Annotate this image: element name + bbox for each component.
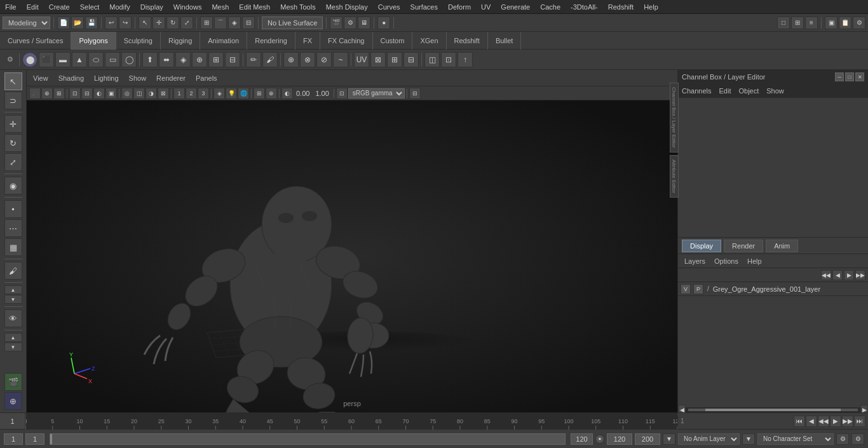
shelf-split-icon[interactable]: ⊟ [225, 52, 240, 67]
cb-layers-menu-options[interactable]: Options [710, 256, 742, 266]
frame-current-input[interactable] [25, 433, 44, 445]
shelf-cone-icon[interactable]: ▲ [72, 52, 87, 67]
display-3-icon[interactable]: 3 [198, 88, 209, 99]
display-1-icon[interactable]: 1 [173, 88, 185, 99]
anim-layer-dropdown[interactable]: No Anim Layer [678, 433, 740, 445]
scroll-right-btn[interactable]: ▶ [860, 405, 868, 412]
shelf-cylinder-icon[interactable]: ▬ [55, 52, 71, 67]
layout-single-btn[interactable]: □ [777, 17, 790, 29]
scrollbar-thumb[interactable] [705, 409, 841, 411]
live-surface-btn[interactable]: No Live Surface [262, 17, 323, 29]
menu-mesh[interactable]: Mesh [207, 2, 234, 12]
range-end-input[interactable] [607, 433, 632, 445]
menu-edit-mesh[interactable]: Edit Mesh [234, 2, 275, 12]
shelf-layout-icon[interactable]: ⊠ [370, 52, 386, 67]
resolution-gate-icon[interactable]: ⊠ [158, 88, 169, 99]
char-set-prefs-btn[interactable]: ⚙ [851, 433, 864, 445]
viewport-menu-renderer[interactable]: Renderer [154, 73, 188, 83]
shelf-extrude-icon[interactable]: ⬆ [142, 52, 158, 67]
tool-settings-toggle-btn[interactable]: ⚙ [853, 17, 865, 29]
layer-end-icon[interactable]: ▶▶ [855, 270, 865, 280]
select-all-icon[interactable]: ⊡ [69, 88, 81, 99]
shelf-proj-icon[interactable]: ⊟ [403, 52, 419, 67]
grid-up-btn[interactable]: ▲ [4, 333, 22, 342]
range-arrow-btn[interactable]: ▼ [663, 433, 675, 445]
layer-row-ogre[interactable]: V P / Grey_Ogre_Aggressive_001_layer [678, 282, 868, 296]
workspace-dropdown[interactable]: Modeling [3, 17, 50, 29]
isolate-select-icon[interactable]: ◎ [121, 88, 133, 99]
shelf-plane-icon[interactable]: ▭ [105, 52, 120, 67]
shelf-torus-icon[interactable]: ⬭ [88, 52, 104, 67]
menu-create[interactable]: Create [44, 2, 75, 12]
shelf-display-icon[interactable]: ⊡ [441, 52, 456, 67]
tab-polygons[interactable]: Polygons [71, 32, 116, 50]
attr-editor-toggle-btn[interactable]: 📋 [839, 17, 851, 29]
viewport-menu-view[interactable]: View [31, 73, 51, 83]
light-icon[interactable]: 💡 [226, 88, 237, 99]
cb-menu-object[interactable]: Object [735, 86, 763, 96]
snap-up-btn[interactable]: ▲ [4, 285, 22, 294]
select-mode-btn[interactable]: ↖ [4, 72, 22, 90]
shelf-merge-icon[interactable]: ⊕ [192, 52, 207, 67]
menu-redshift[interactable]: Redshift [603, 2, 639, 12]
menu-surfaces[interactable]: Surfaces [405, 2, 443, 12]
tab-sculpting[interactable]: Sculpting [116, 32, 161, 50]
channel-box-toggle-btn[interactable]: ▣ [825, 17, 837, 29]
scale-tool-btn[interactable]: ⤢ [180, 17, 193, 29]
hud-btn[interactable]: ● [377, 17, 390, 29]
rotate-btn[interactable]: ↻ [4, 134, 22, 152]
vertex-mode-btn[interactable]: • [4, 200, 22, 218]
cb-menu-edit[interactable]: Edit [715, 86, 735, 96]
shelf-separate-icon[interactable]: ⊗ [300, 52, 315, 67]
panel-close-btn[interactable]: ✕ [855, 72, 864, 81]
color-space-icon[interactable]: ⊡ [336, 88, 348, 99]
shelf-unfold-icon[interactable]: ⊞ [387, 52, 402, 67]
shelf-normal-icon[interactable]: ↑ [458, 52, 473, 67]
viewport-menu-shading[interactable]: Shading [56, 73, 86, 83]
axes-icon[interactable]: ⊕ [266, 88, 277, 99]
snap-surface-btn[interactable]: ⊟ [242, 17, 255, 29]
menu-display[interactable]: Display [135, 2, 168, 12]
render-btn[interactable]: 🎬 [330, 17, 342, 29]
tab-xgen[interactable]: XGen [412, 32, 446, 50]
play-fwd-btn[interactable]: ▶ [830, 416, 841, 427]
scroll-left-btn[interactable]: ◀ [678, 405, 686, 412]
snap-dn-btn[interactable]: ▼ [4, 295, 22, 304]
menu-modify[interactable]: Modify [104, 2, 135, 12]
shelf-connect-icon[interactable]: ⊞ [208, 52, 224, 67]
play-back-btn[interactable]: ◀◀ [818, 416, 829, 427]
tab-fx[interactable]: FX [295, 32, 320, 50]
shelf-xray-icon[interactable]: ◫ [424, 52, 440, 67]
menu-mesh-tools[interactable]: Mesh Tools [275, 2, 320, 12]
shelf-disc-icon[interactable]: ◯ [121, 52, 137, 67]
playback-end-input[interactable] [571, 433, 593, 445]
tab-custom[interactable]: Custom [373, 32, 413, 50]
character-set-dropdown[interactable]: No Character Set [757, 433, 834, 445]
cb-menu-show[interactable]: Show [763, 86, 788, 96]
cb-layers-menu-layers[interactable]: Layers [681, 256, 709, 266]
shelf-paint-icon[interactable]: 🖌 [262, 52, 278, 67]
channel-box-vtab[interactable]: Channel Box / Layer Editor [670, 83, 679, 153]
anim-prefs-btn[interactable]: ⚙ [836, 433, 849, 445]
face-mode-btn[interactable]: ▦ [4, 238, 22, 256]
panel-minimize-btn[interactable]: ─ [835, 72, 844, 81]
wireframe-icon[interactable]: ⊟ [81, 88, 93, 99]
go-end-btn[interactable]: ⏭ [854, 416, 865, 427]
soft-select-btn[interactable]: ◉ [4, 177, 22, 194]
menu-3dto-all[interactable]: -3DtoAll- [566, 2, 603, 12]
cam-track-icon[interactable]: ⊕ [41, 88, 53, 99]
tab-animation[interactable]: Animation [200, 32, 247, 50]
display-2-icon[interactable]: 2 [186, 88, 197, 99]
hud-toggle-icon[interactable]: ⊟ [409, 88, 421, 99]
shelf-uv-icon[interactable]: UV [354, 52, 369, 67]
render-icon-btn[interactable]: 🎬 [4, 373, 22, 391]
snap-point-btn[interactable]: ◈ [228, 17, 241, 29]
show-hide-btn[interactable]: 👁 [4, 309, 22, 327]
cam-dolly-icon[interactable]: ⊞ [53, 88, 65, 99]
tab-fx-caching[interactable]: FX Caching [320, 32, 372, 50]
tab-rendering[interactable]: Rendering [247, 32, 295, 50]
menu-file[interactable]: File [0, 2, 22, 12]
shading-icon[interactable]: ◈ [214, 88, 225, 99]
cam-tumble-icon[interactable]: 🎥 [29, 88, 41, 99]
cb-layers-menu-help[interactable]: Help [743, 256, 766, 266]
